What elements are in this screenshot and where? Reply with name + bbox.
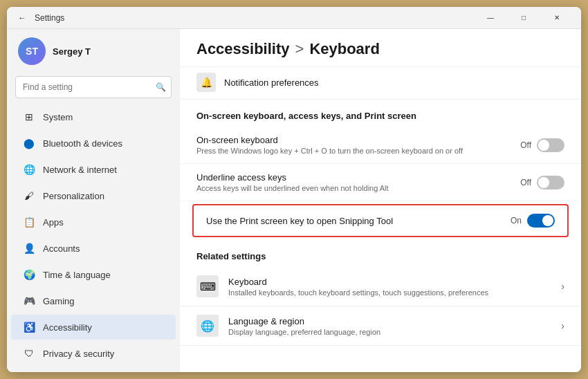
nav-accessibility[interactable]: ♿ Accessibility [11, 315, 176, 340]
toggle-underline-keys[interactable] [537, 176, 564, 190]
setting-text-onscreen: On-screen keyboard Press the Windows log… [196, 135, 512, 155]
main-content: Accessibility > Keyboard 🔔 Notification … [180, 29, 581, 372]
nav-label-time: Time & language [43, 270, 111, 280]
partial-setting-item: 🔔 Notification preferences [180, 67, 581, 100]
nav-label-network: Network & internet [43, 165, 117, 175]
partial-setting-label: Notification preferences [224, 77, 564, 88]
personalization-icon: 🖌 [22, 189, 36, 203]
setting-title-underline: Underline access keys [196, 172, 512, 183]
setting-underline-keys: Underline access keys Access keys will b… [180, 164, 581, 201]
user-info: Sergey T [53, 46, 169, 57]
setting-text-underline: Underline access keys Access keys will b… [196, 172, 512, 192]
breadcrumb-separator: > [295, 40, 304, 58]
nav-label-privacy: Privacy & security [43, 349, 114, 359]
nav-windows-update[interactable]: ⟳ Windows Update [11, 367, 176, 372]
title-bar-left: ← Settings [15, 11, 475, 25]
toggle-onscreen-keyboard[interactable] [537, 138, 564, 152]
related-desc-keyboard: Installed keyboards, touch keyboard sett… [228, 288, 551, 297]
close-button[interactable]: ✕ [541, 7, 573, 29]
related-text-keyboard: Keyboard Installed keyboards, touch keyb… [228, 277, 551, 297]
breadcrumb-parent: Accessibility [196, 40, 290, 58]
setting-control-underline: Off [520, 176, 564, 190]
setting-title-print: Use the Print screen key to open Snippin… [206, 216, 502, 226]
toggle-thumb-print [542, 215, 553, 226]
title-bar-controls: — □ ✕ [475, 7, 573, 29]
back-button[interactable]: ← [15, 11, 29, 25]
breadcrumb-current: Keyboard [309, 40, 379, 58]
nav-bluetooth[interactable]: ⬤ Bluetooth & devices [11, 131, 176, 156]
page-header: Accessibility > Keyboard [180, 29, 581, 67]
accounts-icon: 👤 [22, 241, 36, 255]
nav-label-bluetooth: Bluetooth & devices [43, 138, 122, 149]
title-bar: ← Settings — □ ✕ [7, 7, 581, 29]
nav-label-accessibility: Accessibility [43, 322, 92, 333]
nav-gaming[interactable]: 🎮 Gaming [11, 288, 176, 313]
toggle-label-print: On [511, 216, 522, 225]
user-name: Sergey T [53, 46, 169, 57]
gaming-icon: 🎮 [22, 294, 36, 308]
network-icon: 🌐 [22, 163, 36, 176]
search-box: 🔍 [15, 76, 172, 98]
system-icon: ⊞ [22, 110, 36, 124]
related-title-language: Language & region [228, 316, 551, 326]
setting-control-onscreen: Off [520, 138, 564, 152]
setting-title-onscreen: On-screen keyboard [196, 135, 512, 145]
related-settings-title: Related settings [180, 240, 581, 267]
accessibility-icon: ♿ [22, 320, 36, 334]
nav-network[interactable]: 🌐 Network & internet [11, 157, 176, 182]
window-content: ST Sergey T 🔍 ⊞ System ⬤ Bluetooth & dev… [7, 29, 581, 372]
minimize-button[interactable]: — [475, 7, 506, 29]
toggle-print-screen[interactable] [527, 214, 555, 228]
nav-label-apps: Apps [43, 217, 64, 228]
nav-label-personalization: Personalization [43, 191, 104, 201]
language-icon: 🌐 [196, 315, 219, 337]
toggle-thumb-onscreen [538, 140, 549, 151]
nav-accounts[interactable]: 👤 Accounts [11, 236, 176, 261]
setting-print-screen: Use the Print screen key to open Snippin… [192, 204, 569, 237]
toggle-label-onscreen: Off [520, 140, 531, 150]
chevron-right-icon-2: › [561, 320, 564, 331]
nav-label-system: System [43, 112, 73, 122]
nav-system[interactable]: ⊞ System [11, 104, 176, 129]
nav-label-accounts: Accounts [43, 243, 80, 254]
bluetooth-icon: ⬤ [22, 136, 36, 150]
notification-icon: 🔔 [196, 73, 216, 92]
search-input[interactable] [15, 76, 172, 98]
related-text-language: Language & region Display language, pref… [228, 316, 551, 336]
maximize-button[interactable]: □ [508, 7, 540, 29]
related-title-keyboard: Keyboard [228, 277, 551, 287]
breadcrumb: Accessibility > Keyboard [196, 40, 564, 58]
toggle-label-underline: Off [520, 178, 531, 187]
user-profile[interactable]: ST Sergey T [7, 29, 180, 73]
nav-label-gaming: Gaming [43, 296, 75, 306]
setting-text-print: Use the Print screen key to open Snippin… [206, 216, 502, 226]
toggle-thumb-underline [538, 177, 549, 188]
chevron-right-icon: › [561, 281, 564, 292]
search-icon: 🔍 [156, 82, 166, 92]
keyboard-icon: ⌨ [196, 275, 219, 297]
setting-desc-underline: Access keys will be underlined even when… [196, 184, 512, 192]
related-desc-language: Display language, preferred language, re… [228, 328, 551, 336]
setting-desc-onscreen: Press the Windows logo key + Ctrl + O to… [196, 147, 512, 155]
time-icon: 🌍 [22, 268, 36, 281]
setting-control-print: On [511, 214, 555, 228]
avatar: ST [18, 37, 46, 65]
related-item-keyboard[interactable]: ⌨ Keyboard Installed keyboards, touch ke… [180, 267, 581, 306]
nav-time[interactable]: 🌍 Time & language [11, 262, 176, 287]
window-title: Settings [35, 13, 64, 23]
related-item-language[interactable]: 🌐 Language & region Display language, pr… [180, 306, 581, 346]
section-title: On-screen keyboard, access keys, and Pri… [180, 100, 581, 127]
privacy-icon: 🛡 [22, 346, 36, 360]
settings-window: ← Settings — □ ✕ ST Sergey T 🔍 [7, 7, 581, 372]
nav-personalization[interactable]: 🖌 Personalization [11, 183, 176, 208]
sidebar: ST Sergey T 🔍 ⊞ System ⬤ Bluetooth & dev… [7, 29, 180, 372]
nav-apps[interactable]: 📋 Apps [11, 210, 176, 234]
nav-privacy[interactable]: 🛡 Privacy & security [11, 341, 176, 366]
apps-icon: 📋 [22, 215, 36, 229]
setting-onscreen-keyboard: On-screen keyboard Press the Windows log… [180, 127, 581, 164]
